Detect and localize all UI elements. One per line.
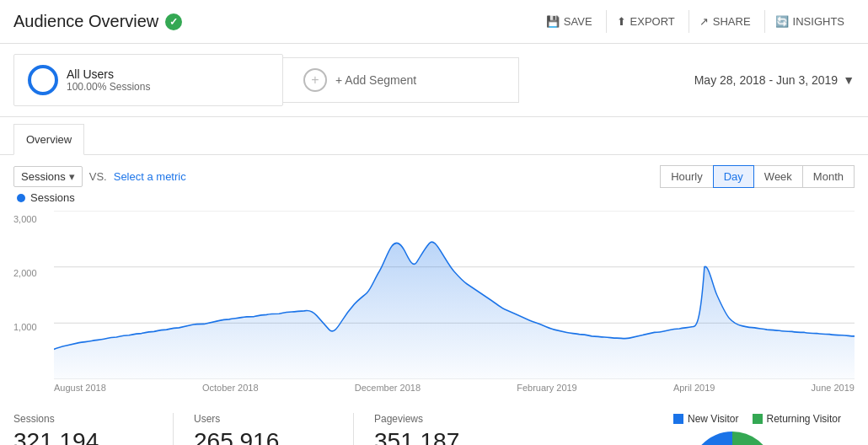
page-title: Audience Overview [13,12,158,31]
header: Audience Overview 💾 SAVE ⬆ EXPORT ↗ SHAR… [0,0,868,44]
day-label: Day [724,170,743,183]
share-icon: ↗ [699,15,709,28]
time-buttons: Hourly Day Week Month [661,165,855,188]
stat-sessions: Sessions 321,194 [13,413,174,445]
date-range-label: May 28, 2018 - Jun 3, 2019 [694,73,838,87]
verified-icon [165,13,182,30]
save-icon: 💾 [546,15,560,28]
chart-controls: Sessions ▾ VS. Select a metric Hourly Da… [0,155,868,191]
returning-visitor-label: Returning Visitor [767,413,842,425]
y-axis: 3,000 2,000 1,000 [13,211,37,379]
header-actions: 💾 SAVE ⬆ EXPORT ↗ SHARE 🔄 INSIGHTS [536,10,855,33]
y-label-1000: 1,000 [13,322,37,332]
tab-overview[interactable]: Overview [13,124,84,155]
insights-button[interactable]: 🔄 INSIGHTS [764,10,855,33]
segment-name: All Users [67,67,150,81]
month-button[interactable]: Month [802,165,855,188]
export-button[interactable]: ⬆ EXPORT [606,10,685,33]
week-label: Week [764,170,792,183]
date-range[interactable]: May 28, 2018 - Jun 3, 2019 ▼ [694,73,855,87]
metric-select[interactable]: Sessions ▾ [13,166,83,187]
sessions-legend-dot [17,194,25,202]
chart-area: Sessions 3,000 2,000 1,000 [0,191,868,403]
metric-dropdown-icon: ▾ [69,170,75,183]
metric-label: Sessions [21,170,66,183]
month-label: Month [813,170,844,183]
sessions-value: 321,194 [13,428,153,445]
chart-svg-wrap [54,211,855,379]
y-label-3000: 3,000 [13,214,37,224]
stats-row: Sessions 321,194 Users 265,916 Pageviews… [13,413,673,445]
add-segment-box[interactable]: + + Add Segment [283,57,519,103]
stat-pageviews: Pageviews 351,187 [374,413,534,445]
pie-legend: New Visitor Returning Visitor [673,413,841,425]
week-button[interactable]: Week [753,165,803,188]
save-label: SAVE [564,15,592,28]
share-label: SHARE [713,15,751,28]
segment-circle [28,65,58,95]
select-metric-link[interactable]: Select a metric [114,170,186,183]
sessions-legend-label: Sessions [30,191,75,204]
x-label-oct: October 2018 [202,383,259,393]
pageviews-value: 351,187 [374,428,514,445]
add-segment-label: + Add Segment [335,73,416,87]
tab-overview-label: Overview [26,133,72,146]
new-visitor-label: New Visitor [688,413,738,425]
x-label-aug: August 2018 [54,383,106,393]
users-label: Users [194,413,333,425]
save-button[interactable]: 💾 SAVE [536,10,603,33]
pie-area: New Visitor Returning Visitor 17.3% [673,413,855,445]
insights-icon: 🔄 [775,15,789,28]
hourly-button[interactable]: Hourly [660,165,714,188]
x-label-feb: February 2019 [517,383,577,393]
chart-svg [54,211,855,379]
x-axis: August 2018 October 2018 December 2018 F… [54,379,855,396]
returning-visitor-legend: Returning Visitor [753,413,842,425]
metric-left: Sessions ▾ VS. Select a metric [13,166,186,187]
x-label-apr: April 2019 [673,383,715,393]
pageviews-label: Pageviews [374,413,514,425]
y-label-2000: 2,000 [13,268,37,278]
stats-and-pie: Sessions 321,194 Users 265,916 Pageviews… [0,403,868,445]
header-left: Audience Overview [13,12,182,31]
day-button[interactable]: Day [713,165,754,188]
segment-info: All Users 100.00% Sessions [67,67,150,93]
tabs-bar: Overview [0,117,868,155]
add-circle-icon: + [303,68,327,92]
vs-label: VS. [89,170,107,183]
chart-legend: Sessions [13,191,855,204]
export-label: EXPORT [630,15,675,28]
segment-sub: 100.00% Sessions [67,81,150,93]
stat-users: Users 265,916 [194,413,354,445]
users-value: 265,916 [194,428,333,445]
chart-container: 3,000 2,000 1,000 [13,211,855,379]
sessions-label: Sessions [13,413,153,425]
export-icon: ⬆ [617,15,626,28]
x-label-jun: June 2019 [812,383,855,393]
segments-area: All Users 100.00% Sessions + + Add Segme… [0,44,868,117]
active-segment[interactable]: All Users 100.00% Sessions [13,54,283,106]
new-visitor-color [673,414,683,424]
new-visitor-legend: New Visitor [673,413,738,425]
date-range-dropdown-icon[interactable]: ▼ [843,73,855,87]
returning-visitor-color [753,414,763,424]
pie-chart: 17.3% [673,432,791,445]
x-label-dec: December 2018 [355,383,421,393]
share-button[interactable]: ↗ SHARE [689,10,761,33]
hourly-label: Hourly [671,170,703,183]
insights-label: INSIGHTS [793,15,844,28]
